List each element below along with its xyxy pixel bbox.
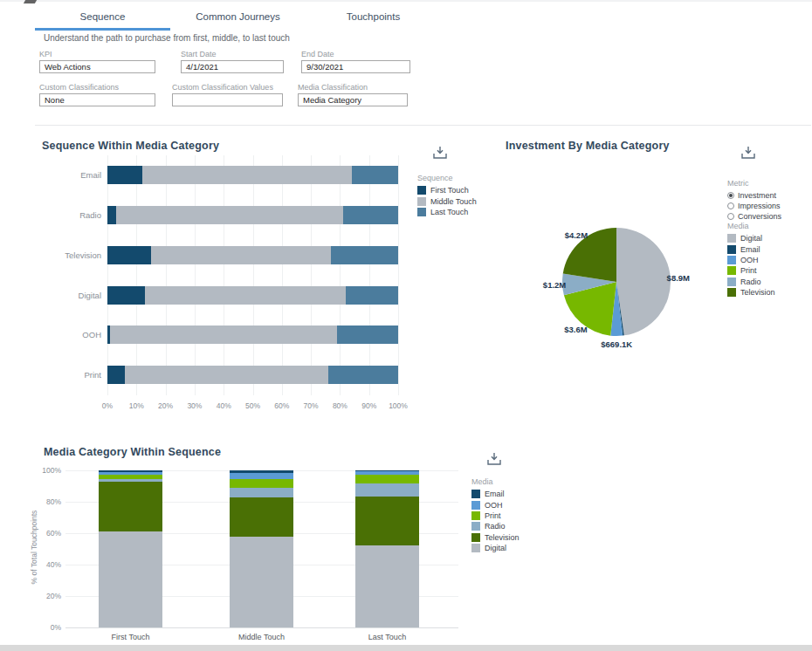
- kpi-select[interactable]: Web Actions ▾: [39, 60, 155, 73]
- start-date-label: Start Date: [181, 50, 217, 58]
- column-segment-last-touch-print[interactable]: [355, 475, 419, 483]
- legend-label-television: Television: [485, 533, 520, 542]
- gridline-vertical: [369, 155, 370, 395]
- legend-item-ooh[interactable]: OOH: [471, 499, 520, 510]
- bar-segment-print-first-touch[interactable]: [107, 366, 125, 384]
- legend-item-middle-touch[interactable]: Middle Touch: [417, 195, 478, 206]
- metric-radio-conversions[interactable]: Conversions: [727, 211, 781, 222]
- legend-swatch-middle-touch: [417, 197, 426, 206]
- download-icon[interactable]: [740, 145, 757, 161]
- tab-common-journeys[interactable]: Common Journeys: [170, 2, 306, 31]
- bar-segment-ooh-last-touch[interactable]: [337, 326, 398, 344]
- legend-item-last-touch[interactable]: Last Touch: [417, 207, 478, 217]
- metric-radio-investment[interactable]: Investment: [727, 190, 781, 201]
- legend-swatch-radio: [727, 278, 736, 286]
- chart3-y-axis-label: % of Total Touchpoints: [30, 469, 40, 626]
- bar-segment-television-middle-touch[interactable]: [151, 246, 331, 264]
- gridline-vertical: [398, 155, 399, 395]
- custom-classifications-select[interactable]: None ▾: [39, 93, 155, 106]
- legend-swatch-print: [727, 266, 736, 275]
- custom-classifications-label: Custom Classifications: [39, 83, 119, 92]
- legend-label-ooh: OOH: [485, 501, 503, 510]
- legend-item-digital[interactable]: Digital: [727, 233, 775, 243]
- start-date-input[interactable]: 4/1/2021: [181, 60, 284, 73]
- column-segment-last-touch-television[interactable]: [355, 497, 419, 546]
- legend-item-radio[interactable]: Radio: [727, 277, 775, 287]
- legend-item-email[interactable]: Email: [471, 489, 520, 499]
- gridline-vertical: [166, 155, 167, 395]
- bar-segment-email-first-touch[interactable]: [107, 166, 142, 184]
- legend-item-email[interactable]: Email: [727, 243, 775, 254]
- metric-radio-impressions[interactable]: Impressions: [727, 201, 781, 211]
- legend-item-television[interactable]: Television: [471, 532, 520, 543]
- legend-item-print[interactable]: Print: [471, 511, 520, 521]
- column-segment-middle-touch-television[interactable]: [230, 497, 293, 537]
- chart1-legend-title: Sequence: [417, 174, 478, 182]
- pie-value-label-digital: $8.9M: [667, 272, 690, 282]
- gridline-vertical: [311, 155, 312, 395]
- custom-classification-values-select[interactable]: ▾: [172, 93, 283, 106]
- column-middle-touch[interactable]: [230, 470, 293, 627]
- column-segment-middle-touch-ooh[interactable]: [230, 473, 293, 479]
- chart3-title: Media Category Within Sequence: [44, 446, 221, 458]
- end-date-label: End Date: [301, 50, 334, 58]
- column-segment-first-touch-television[interactable]: [99, 482, 162, 532]
- chart-media-category-within-sequence: Media Category Within Sequence % of Tota…: [35, 436, 550, 651]
- bar-segment-email-last-touch[interactable]: [352, 166, 398, 184]
- column-segment-middle-touch-radio[interactable]: [230, 488, 293, 497]
- metric-radio-label-conversions: Conversions: [738, 212, 781, 221]
- download-icon[interactable]: [431, 145, 449, 161]
- bar-segment-print-middle-touch[interactable]: [125, 366, 328, 384]
- legend-item-radio[interactable]: Radio: [471, 521, 520, 531]
- bar-digital[interactable]: [107, 286, 398, 305]
- bar-segment-ooh-middle-touch[interactable]: [110, 326, 337, 344]
- chart3-legend: Media EmailOOHPrintRadioTelevisionDigita…: [471, 477, 520, 553]
- bar-segment-television-last-touch[interactable]: [331, 246, 398, 264]
- column-segment-middle-touch-print[interactable]: [230, 479, 293, 488]
- column-segment-last-touch-radio[interactable]: [355, 483, 419, 496]
- bar-segment-digital-first-touch[interactable]: [107, 286, 145, 305]
- bar-segment-radio-middle-touch[interactable]: [116, 206, 343, 224]
- media-classification-select[interactable]: Media Category ▾: [298, 93, 408, 106]
- horizontal-scrollbar[interactable]: [0, 645, 812, 651]
- pie-slice-digital[interactable]: [616, 228, 671, 335]
- bar-television[interactable]: [107, 246, 398, 264]
- bar-segment-print-last-touch[interactable]: [328, 366, 398, 384]
- legend-item-print[interactable]: Print: [727, 265, 775, 276]
- legend-item-television[interactable]: Television: [727, 287, 775, 298]
- bar-ooh[interactable]: [107, 326, 398, 344]
- bar-segment-radio-last-touch[interactable]: [343, 206, 398, 224]
- legend-item-digital[interactable]: Digital: [471, 543, 520, 553]
- column-first-touch[interactable]: [99, 470, 162, 627]
- bar-segment-email-middle-touch[interactable]: [142, 166, 352, 184]
- bar-segment-television-first-touch[interactable]: [107, 246, 151, 264]
- legend-label-first-touch: First Touch: [430, 186, 469, 195]
- bar-email[interactable]: [107, 166, 398, 184]
- legend-label-print: Print: [740, 266, 757, 275]
- legend-swatch-digital: [727, 234, 736, 243]
- tab-touchpoints[interactable]: Touchpoints: [306, 2, 441, 31]
- bar-segment-radio-first-touch[interactable]: [107, 206, 116, 224]
- column-segment-first-touch-digital[interactable]: [99, 531, 162, 627]
- column-segment-middle-touch-digital[interactable]: [230, 537, 293, 627]
- column-last-touch[interactable]: [355, 470, 419, 627]
- radio-icon-impressions: [727, 202, 734, 209]
- gridline-vertical: [195, 155, 196, 395]
- bar-radio[interactable]: [107, 206, 398, 224]
- metric-radio-group: Metric InvestmentImpressionsConversions: [727, 179, 781, 222]
- legend-swatch-email: [727, 245, 736, 254]
- end-date-input[interactable]: 9/30/2021: [301, 60, 410, 73]
- pie-value-label-ooh: $669.1K: [601, 339, 632, 348]
- legend-item-first-touch[interactable]: First Touch: [417, 185, 478, 195]
- column-segment-last-touch-digital[interactable]: [355, 545, 419, 627]
- x-tick-label: 20%: [151, 401, 181, 410]
- bar-segment-digital-last-touch[interactable]: [346, 286, 398, 305]
- legend-item-ooh[interactable]: OOH: [727, 255, 775, 265]
- legend-label-digital: Digital: [485, 544, 506, 552]
- chart1-plot-area: 0%10%20%30%40%50%60%70%80%90%100%: [107, 155, 398, 395]
- chart2-title: Investment By Media Category: [506, 140, 670, 152]
- download-icon[interactable]: [485, 451, 503, 467]
- bar-segment-digital-middle-touch[interactable]: [145, 286, 346, 305]
- bar-print[interactable]: [107, 366, 398, 384]
- tab-sequence[interactable]: Sequence: [35, 2, 170, 31]
